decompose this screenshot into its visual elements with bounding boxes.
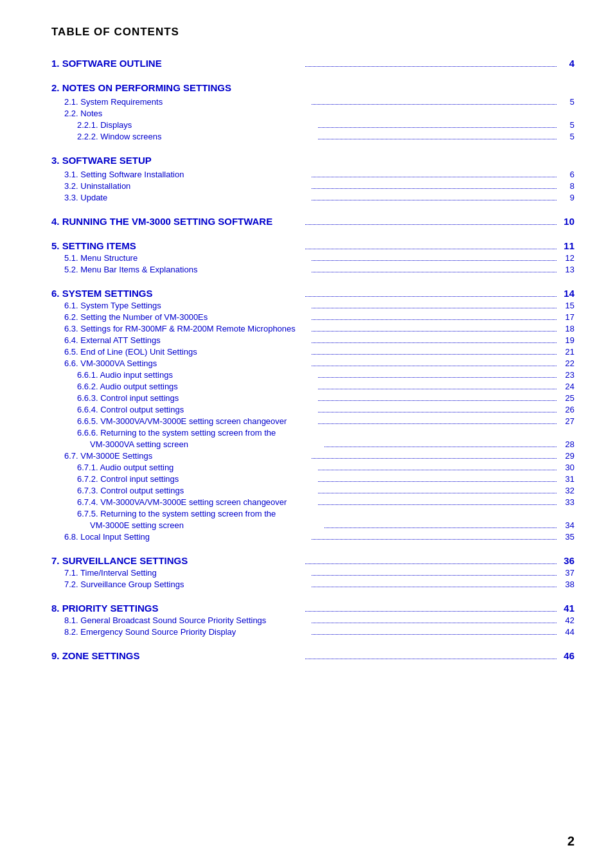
toc-entry-s8-2[interactable]: 8.2. Emergency Sound Source Priority Dis…: [51, 626, 574, 637]
toc-item-s6-7-5b[interactable]: VM-3000E setting screen34: [51, 519, 574, 531]
toc-item-s6-7-3[interactable]: 6.7.3. Control output settings32: [51, 484, 574, 496]
toc-entry-s5-2[interactable]: 5.2. Menu Bar Items & Explanations13: [51, 263, 574, 275]
toc-entry-s6-7-3[interactable]: 6.7.3. Control output settings32: [51, 484, 574, 496]
toc-page-s6-6-5: 27: [559, 416, 574, 426]
toc-page-s6-7-2: 31: [559, 474, 574, 484]
toc-item-s6-4[interactable]: 6.4. External ATT Settings19: [51, 334, 574, 346]
section-s1: 1. SOFTWARE OUTLINE4: [51, 57, 574, 69]
toc-item-s3-1[interactable]: 3.1. Setting Software Installation6: [51, 168, 574, 180]
section-header-row-s8[interactable]: 8. PRIORITY SETTINGS41: [51, 601, 574, 614]
toc-entry-s6-8[interactable]: 6.8. Local Input Setting35: [51, 531, 574, 542]
toc-item-s7-2[interactable]: 7.2. Surveillance Group Settings38: [51, 578, 574, 590]
toc-label-s6-3: 6.3. Settings for RM-300MF & RM-200M Rem…: [64, 324, 309, 333]
toc-entry-s6-7-1[interactable]: 6.7.1. Audio output setting30: [51, 461, 574, 473]
toc-label-s3-3: 3.3. Update: [64, 193, 309, 202]
toc-entry-s6-6-3[interactable]: 6.6.3. Control input settings25: [51, 392, 574, 403]
toc-item-s3-3[interactable]: 3.3. Update9: [51, 191, 574, 203]
toc-item-s8-2[interactable]: 8.2. Emergency Sound Source Priority Dis…: [51, 626, 574, 637]
toc-entry-s2-2-1[interactable]: 2.2.1. Displays5: [51, 119, 574, 130]
toc-item-s2-2[interactable]: 2.2. Notes: [51, 107, 574, 119]
toc-item-s6-5[interactable]: 6.5. End of Line (EOL) Unit Settings21: [51, 346, 574, 357]
toc-page-s6-6-6a: [559, 428, 574, 438]
toc-entry-s2-2-2[interactable]: 2.2.2. Window screens5: [51, 130, 574, 142]
toc-item-s5-2[interactable]: 5.2. Menu Bar Items & Explanations13: [51, 263, 574, 275]
toc-entry-s6-6-6a[interactable]: 6.6.6. Returning to the system setting s…: [51, 427, 574, 438]
toc-item-s6-7-5a[interactable]: 6.7.5. Returning to the system setting s…: [51, 508, 574, 519]
section-header-row-s7[interactable]: 7. SURVEILLANCE SETTINGS36: [51, 554, 574, 567]
toc-entry-s6-6-5[interactable]: 6.6.5. VM-3000VA/VM-3000E setting screen…: [51, 415, 574, 427]
toc-item-s6-2[interactable]: 6.2. Setting the Number of VM-3000Es17: [51, 311, 574, 323]
toc-item-s7-1[interactable]: 7.1. Time/Interval Setting37: [51, 567, 574, 578]
toc-item-s6-7-2[interactable]: 6.7.2. Control input settings31: [51, 473, 574, 484]
toc-item-s6-1[interactable]: 6.1. System Type Settings15: [51, 299, 574, 311]
toc-page-s6-7: 29: [559, 451, 574, 461]
toc-label-s6-6-4: 6.6.4. Control output settings: [77, 405, 315, 414]
toc-label-s6-7: 6.7. VM-3000E Settings: [64, 451, 309, 461]
toc-entry-s3-2[interactable]: 3.2. Uninstallation8: [51, 180, 574, 191]
toc-entry-s6-7-4[interactable]: 6.7.4. VM-3000VA/VM-3000E setting screen…: [51, 496, 574, 508]
toc-entry-s8-1[interactable]: 8.1. General Broadcast Sound Source Prio…: [51, 614, 574, 626]
toc-page-s6-2: 17: [559, 312, 574, 322]
toc-item-s6-6-3[interactable]: 6.6.3. Control input settings25: [51, 392, 574, 403]
toc-page-s6-1: 15: [559, 301, 574, 310]
toc-entry-s6-6-2[interactable]: 6.6.2. Audio output settings24: [51, 380, 574, 392]
toc-page-s2-2: [559, 109, 574, 118]
toc-item-s6-6[interactable]: 6.6. VM-3000VA Settings22: [51, 357, 574, 369]
toc-entry-s6-5[interactable]: 6.5. End of Line (EOL) Unit Settings21: [51, 346, 574, 357]
section-header-row-s6[interactable]: 6. SYSTEM SETTINGS14: [51, 287, 574, 299]
toc-item-s2-2-1[interactable]: 2.2.1. Displays5: [51, 119, 574, 130]
toc-item-s3-2[interactable]: 3.2. Uninstallation8: [51, 180, 574, 191]
toc-entry-s5-1[interactable]: 5.1. Menu Structure12: [51, 252, 574, 263]
toc-entry-s6-6-1[interactable]: 6.6.1. Audio input settings23: [51, 369, 574, 380]
toc-item-s6-7-4[interactable]: 6.7.4. VM-3000VA/VM-3000E setting screen…: [51, 496, 574, 508]
toc-page-s6-7-4: 33: [559, 497, 574, 507]
toc-page-s6-7-5b: 34: [559, 520, 574, 530]
toc-entry-s6-7[interactable]: 6.7. VM-3000E Settings29: [51, 450, 574, 461]
toc-entry-s2-2[interactable]: 2.2. Notes: [51, 107, 574, 119]
toc-label-s6-7-4: 6.7.4. VM-3000VA/VM-3000E setting screen…: [77, 497, 315, 507]
toc-item-s6-8[interactable]: 6.8. Local Input Setting35: [51, 531, 574, 542]
toc-entry-s6-6[interactable]: 6.6. VM-3000VA Settings22: [51, 357, 574, 369]
section-header-row-s9[interactable]: 9. ZONE SETTINGS46: [51, 649, 574, 662]
page-title: TABLE OF CONTENTS: [51, 26, 574, 39]
toc-entry-s6-6-4[interactable]: 6.6.4. Control output settings26: [51, 403, 574, 415]
toc-page-s6-7-3: 32: [559, 486, 574, 495]
toc-entry-s6-7-5b[interactable]: VM-3000E setting screen34: [51, 519, 574, 531]
toc-item-s6-6-4[interactable]: 6.6.4. Control output settings26: [51, 403, 574, 415]
toc-item-s8-1[interactable]: 8.1. General Broadcast Sound Source Prio…: [51, 614, 574, 626]
toc-entry-s6-4[interactable]: 6.4. External ATT Settings19: [51, 334, 574, 346]
toc-entry-s6-6-6b[interactable]: VM-3000VA setting screen28: [51, 438, 574, 450]
toc-entry-s6-1[interactable]: 6.1. System Type Settings15: [51, 299, 574, 311]
section-header-row-s1[interactable]: 1. SOFTWARE OUTLINE4: [51, 57, 574, 69]
toc-item-s6-3[interactable]: 6.3. Settings for RM-300MF & RM-200M Rem…: [51, 323, 574, 334]
toc-entry-s6-7-2[interactable]: 6.7.2. Control input settings31: [51, 473, 574, 484]
toc-entry-s2-1[interactable]: 2.1. System Requirements5: [51, 96, 574, 107]
toc-item-s6-7-1[interactable]: 6.7.1. Audio output setting30: [51, 461, 574, 473]
toc-entry-s7-1[interactable]: 7.1. Time/Interval Setting37: [51, 567, 574, 578]
section-header-row-s4[interactable]: 4. RUNNING THE VM-3000 SETTING SOFTWARE1…: [51, 215, 574, 227]
toc-entry-s6-3[interactable]: 6.3. Settings for RM-300MF & RM-200M Rem…: [51, 323, 574, 334]
toc-page-s6-6-3: 25: [559, 393, 574, 403]
toc-item-s6-6-1[interactable]: 6.6.1. Audio input settings23: [51, 369, 574, 380]
toc-item-s6-6-5[interactable]: 6.6.5. VM-3000VA/VM-3000E setting screen…: [51, 415, 574, 427]
toc-label-s6-6: 6.6. VM-3000VA Settings: [64, 359, 309, 368]
toc-entry-s3-3[interactable]: 3.3. Update9: [51, 191, 574, 203]
toc-label-s7-2: 7.2. Surveillance Group Settings: [64, 580, 309, 589]
toc-label-s6-7-3: 6.7.3. Control output settings: [77, 486, 315, 495]
toc-entry-s7-2[interactable]: 7.2. Surveillance Group Settings38: [51, 578, 574, 590]
toc-entry-s6-2[interactable]: 6.2. Setting the Number of VM-3000Es17: [51, 311, 574, 323]
toc-item-s2-2-2[interactable]: 2.2.2. Window screens5: [51, 130, 574, 142]
toc-page-s6-4: 19: [559, 335, 574, 345]
toc-item-s2-1[interactable]: 2.1. System Requirements5: [51, 96, 574, 107]
toc-item-s6-7[interactable]: 6.7. VM-3000E Settings29: [51, 450, 574, 461]
toc-item-s6-6-2[interactable]: 6.6.2. Audio output settings24: [51, 380, 574, 392]
toc-item-s6-6-6a[interactable]: 6.6.6. Returning to the system setting s…: [51, 427, 574, 438]
toc-item-s5-1[interactable]: 5.1. Menu Structure12: [51, 252, 574, 263]
toc-label-s5-2: 5.2. Menu Bar Items & Explanations: [64, 265, 309, 274]
toc-label-s6-8: 6.8. Local Input Setting: [64, 532, 309, 542]
section-s5: 5. SETTING ITEMS115.1. Menu Structure125…: [51, 239, 574, 275]
toc-item-s6-6-6b[interactable]: VM-3000VA setting screen28: [51, 438, 574, 450]
toc-entry-s6-7-5a[interactable]: 6.7.5. Returning to the system setting s…: [51, 508, 574, 519]
section-header-row-s5[interactable]: 5. SETTING ITEMS11: [51, 239, 574, 252]
toc-entry-s3-1[interactable]: 3.1. Setting Software Installation6: [51, 168, 574, 180]
